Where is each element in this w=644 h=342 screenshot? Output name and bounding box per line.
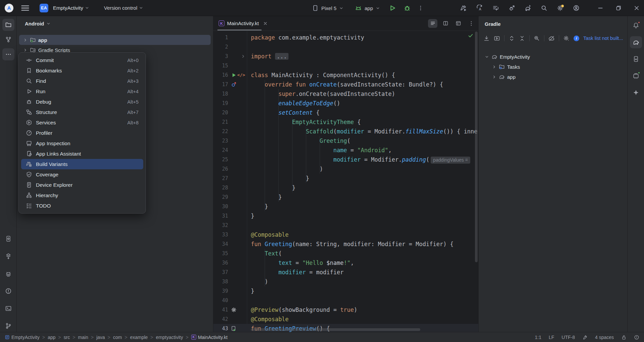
more-actions-button[interactable] bbox=[418, 5, 424, 11]
search-everywhere-button[interactable] bbox=[541, 5, 547, 11]
breadcrumb-item-src[interactable]: src bbox=[64, 335, 70, 340]
menu-item-commit[interactable]: CommitAlt+0 bbox=[21, 55, 143, 65]
code-line-2[interactable]: 2 bbox=[213, 42, 478, 52]
folded-region[interactable]: ... bbox=[275, 53, 289, 60]
settings-button[interactable] bbox=[557, 5, 564, 11]
menu-item-build-variants[interactable]: Build Variants bbox=[21, 159, 143, 169]
project-view-selector[interactable]: Android bbox=[17, 16, 213, 31]
menu-item-bookmarks[interactable]: BookmarksAlt+2 bbox=[21, 65, 143, 76]
encoding-widget[interactable]: UTF-8 bbox=[561, 335, 575, 340]
code-line-22[interactable]: 22 Scaffold(modifier = Modifier.fillMaxS… bbox=[213, 127, 478, 136]
commit-tool-button[interactable] bbox=[2, 34, 14, 46]
menu-item-debug[interactable]: DebugAlt+5 bbox=[21, 97, 143, 107]
chevron-right-icon[interactable] bbox=[23, 48, 28, 52]
gradle-settings-icon[interactable] bbox=[563, 35, 570, 42]
problems-tool-button[interactable] bbox=[2, 285, 14, 297]
build-button[interactable] bbox=[460, 5, 467, 11]
menu-item-profiler[interactable]: Profiler bbox=[21, 128, 143, 138]
close-button[interactable] bbox=[633, 5, 640, 11]
code-line-24[interactable]: 24 name = "Android", bbox=[213, 146, 478, 155]
code-line-36[interactable]: 36 text = "Hello $name!", bbox=[213, 258, 478, 268]
inspections-ok-icon[interactable] bbox=[468, 33, 474, 39]
code-line-19[interactable]: 19 enableEdgeToEdge() bbox=[213, 99, 478, 108]
tree-item-app[interactable]: app bbox=[19, 35, 211, 45]
code-line-16[interactable]: 16</>class MainActivity : ComponentActiv… bbox=[213, 70, 478, 80]
debug-button[interactable] bbox=[404, 4, 411, 12]
compose-markup-icon[interactable]: </> bbox=[238, 72, 244, 78]
split-view-button[interactable] bbox=[441, 19, 450, 28]
ide-status-icon[interactable] bbox=[634, 335, 639, 340]
code-line-27[interactable]: 27 } bbox=[213, 174, 478, 183]
device-manager-tool-button[interactable] bbox=[2, 233, 14, 245]
code-line-31[interactable]: 31} bbox=[213, 211, 478, 221]
project-selector[interactable]: EmptyActivity bbox=[53, 5, 89, 11]
gradle-tool-button[interactable] bbox=[630, 36, 642, 48]
design-view-button[interactable] bbox=[453, 19, 463, 28]
profile-button[interactable] bbox=[573, 5, 580, 11]
download-icon[interactable] bbox=[483, 35, 490, 42]
attach-debugger-button[interactable] bbox=[508, 5, 515, 11]
version-control-tool-button[interactable] bbox=[2, 320, 14, 332]
menu-item-coverage[interactable]: Coverage bbox=[21, 169, 143, 180]
code-line-30[interactable]: 30 } bbox=[213, 202, 478, 211]
notifications-button[interactable] bbox=[630, 19, 642, 32]
run-button[interactable] bbox=[389, 4, 396, 12]
unlock-icon[interactable] bbox=[621, 335, 627, 340]
code-line-23[interactable]: 23 Greeting( bbox=[213, 136, 478, 146]
code-line-28[interactable]: 28 } bbox=[213, 183, 478, 192]
code-line-34[interactable]: 34fun Greeting(name: String, modifier: M… bbox=[213, 239, 478, 249]
maximize-button[interactable] bbox=[615, 5, 622, 11]
menu-item-device-explorer[interactable]: Device Explorer bbox=[21, 180, 143, 190]
breadcrumb-item-main[interactable]: main bbox=[78, 335, 88, 340]
code-line-41[interactable]: 41@Preview(showBackground = true) bbox=[213, 305, 478, 315]
breadcrumb-item-emptyactivity[interactable]: EmptyActivity bbox=[5, 335, 40, 340]
override-method-icon[interactable] bbox=[231, 81, 237, 88]
vertical-scrollbar[interactable] bbox=[475, 32, 478, 262]
device-selector[interactable]: Pixel 5 bbox=[321, 5, 336, 11]
run-triangle-icon[interactable] bbox=[231, 72, 237, 78]
expand-all-icon[interactable] bbox=[508, 35, 515, 42]
line-separator-widget[interactable]: LF bbox=[549, 335, 554, 340]
code-line-37[interactable]: 37 modifier = modifier bbox=[213, 268, 478, 277]
chevron-down-icon[interactable] bbox=[339, 6, 343, 10]
chevron-right-icon[interactable] bbox=[241, 54, 246, 59]
menu-item-app-inspection[interactable]: App Inspection bbox=[21, 138, 143, 149]
code-line-21[interactable]: 21 EmptyActivityTheme { bbox=[213, 117, 478, 127]
breadcrumb-item-mainactivity-kt[interactable]: KMainActivity.kt bbox=[191, 335, 227, 340]
preview-run-icon[interactable] bbox=[231, 326, 237, 332]
code-line-42[interactable]: 42@Composable bbox=[213, 315, 478, 324]
indent-widget[interactable]: 4 spaces bbox=[595, 335, 614, 340]
caret-position-widget[interactable]: 1:1 bbox=[535, 335, 541, 340]
breadcrumb-item-emptyactivity[interactable]: emptyactivity bbox=[156, 335, 183, 340]
code-view-button[interactable] bbox=[428, 19, 437, 28]
version-control-menu[interactable]: Version control bbox=[104, 5, 143, 11]
menu-item-find[interactable]: FindAlt+3 bbox=[21, 76, 143, 86]
code-line-20[interactable]: 20 setContent { bbox=[213, 108, 478, 117]
project-tool-button[interactable] bbox=[2, 19, 14, 31]
execute-task-icon[interactable] bbox=[494, 35, 500, 42]
breadcrumb-item-com[interactable]: com bbox=[113, 335, 122, 340]
collapse-all-icon[interactable] bbox=[519, 35, 525, 42]
terminal-tool-button[interactable] bbox=[2, 302, 14, 315]
tab-mainactivity[interactable]: K MainActivity.kt bbox=[213, 16, 272, 31]
tree-item-emptyactivity[interactable]: EmptyActivity bbox=[481, 52, 625, 62]
apply-changes-button[interactable]: A bbox=[476, 5, 483, 11]
chevron-right-icon[interactable] bbox=[492, 65, 496, 69]
more-tool-windows-button[interactable] bbox=[2, 48, 14, 60]
code-line-29[interactable]: 29 } bbox=[213, 192, 478, 202]
chevron-down-icon[interactable] bbox=[485, 55, 489, 59]
code-editor[interactable]: 1package com.example.emptyactivity23impo… bbox=[213, 31, 478, 332]
code-line-25[interactable]: 25 modifier = Modifier.padding(paddingVa… bbox=[213, 155, 478, 164]
gemini-button[interactable] bbox=[630, 87, 642, 99]
settings-gear-icon[interactable] bbox=[231, 307, 237, 313]
breadcrumb-item-app[interactable]: app bbox=[48, 335, 55, 340]
analyze-dependencies-icon[interactable] bbox=[534, 35, 540, 42]
chevron-right-icon[interactable] bbox=[492, 75, 496, 79]
menu-item-structure[interactable]: StructureAlt+7 bbox=[21, 107, 143, 117]
menu-item-services[interactable]: ServicesAlt+8 bbox=[21, 117, 143, 128]
minimize-button[interactable] bbox=[597, 5, 604, 11]
device-manager-button[interactable] bbox=[630, 70, 642, 82]
menu-item-run[interactable]: RunAlt+4 bbox=[21, 86, 143, 97]
breadcrumb-item-example[interactable]: example bbox=[130, 335, 148, 340]
tree-item-app[interactable]: app bbox=[481, 72, 625, 82]
